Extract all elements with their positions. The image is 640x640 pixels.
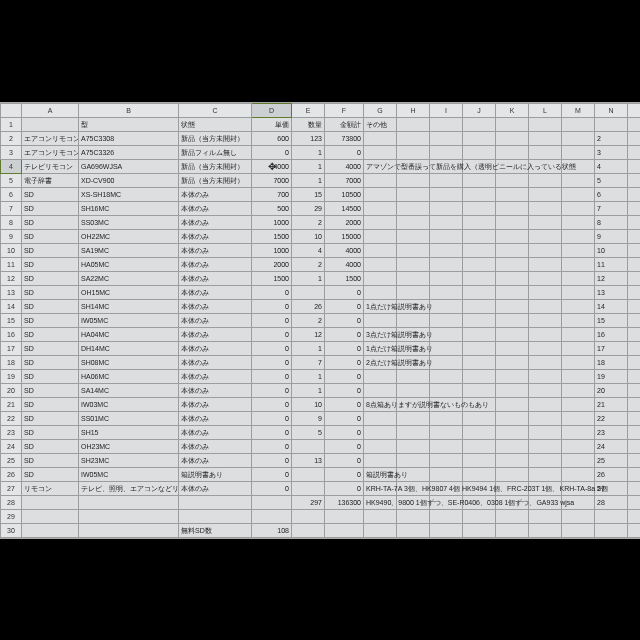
cell-F6[interactable]: 10500 (325, 187, 364, 201)
cell-E28[interactable]: 297 (292, 495, 325, 509)
cell-O29[interactable] (628, 509, 641, 523)
cell-M18[interactable] (562, 355, 595, 369)
cell-H23[interactable] (397, 425, 430, 439)
cell-M26[interactable] (562, 467, 595, 481)
cell-B20[interactable]: SA14MC (79, 383, 179, 397)
cell-O26[interactable] (628, 467, 641, 481)
cell-M7[interactable] (562, 201, 595, 215)
cell-C18[interactable]: 本体のみ (179, 355, 252, 369)
cell-I13[interactable] (430, 285, 463, 299)
cell-G20[interactable] (364, 383, 397, 397)
row-header-29[interactable]: 29 (1, 509, 22, 523)
cell-I6[interactable] (430, 187, 463, 201)
cell-F28[interactable]: 136300 (325, 495, 364, 509)
cell-O10[interactable] (628, 243, 641, 257)
cell-H2[interactable] (397, 131, 430, 145)
cell-G16[interactable]: 3点だけ箱説明書あり (364, 327, 397, 341)
row-header-26[interactable]: 26 (1, 467, 22, 481)
row-header-11[interactable]: 11 (1, 257, 22, 271)
cell-L1[interactable] (529, 117, 562, 131)
cell-F2[interactable]: 73800 (325, 131, 364, 145)
cell-F16[interactable]: 0 (325, 327, 364, 341)
cell-A27[interactable]: リモコン (22, 481, 79, 495)
cell-L10[interactable] (529, 243, 562, 257)
cell-N23[interactable]: 23 (595, 425, 628, 439)
cell-H8[interactable] (397, 215, 430, 229)
cell-L12[interactable] (529, 271, 562, 285)
cell-E21[interactable]: 10 (292, 397, 325, 411)
row-header-15[interactable]: 15 (1, 313, 22, 327)
cell-M16[interactable] (562, 327, 595, 341)
cell-E14[interactable]: 26 (292, 299, 325, 313)
cell-G11[interactable] (364, 257, 397, 271)
cell-G21[interactable]: 8点箱ありますが説明書ないものもあり (364, 397, 397, 411)
cell-H29[interactable] (397, 509, 430, 523)
cell-D27[interactable]: 0 (252, 481, 292, 495)
cell-M8[interactable] (562, 215, 595, 229)
cell-C12[interactable]: 本体のみ (179, 271, 252, 285)
cell-F11[interactable]: 4000 (325, 257, 364, 271)
cell-F17[interactable]: 0 (325, 341, 364, 355)
cell-H30[interactable] (397, 523, 430, 537)
cell-M2[interactable] (562, 131, 595, 145)
cell-M30[interactable] (562, 523, 595, 537)
cell-J7[interactable] (463, 201, 496, 215)
cell-E23[interactable]: 5 (292, 425, 325, 439)
cell-M23[interactable] (562, 425, 595, 439)
cell-M5[interactable] (562, 173, 595, 187)
cell-G24[interactable] (364, 439, 397, 453)
cell-E26[interactable] (292, 467, 325, 481)
cell-D19[interactable]: 0 (252, 369, 292, 383)
cell-K25[interactable] (496, 453, 529, 467)
cell-F15[interactable]: 0 (325, 313, 364, 327)
cell-A8[interactable]: SD (22, 215, 79, 229)
cell-O27[interactable] (628, 481, 641, 495)
cell-A3[interactable]: エアコンリモコン (22, 145, 79, 159)
cell-O16[interactable] (628, 327, 641, 341)
cell-N19[interactable]: 19 (595, 369, 628, 383)
cell-E4[interactable]: 1 (292, 159, 325, 173)
cell-K14[interactable] (496, 299, 529, 313)
cell-C27[interactable]: 本体のみ (179, 481, 252, 495)
cell-L2[interactable] (529, 131, 562, 145)
cell-F27[interactable]: 0 (325, 481, 364, 495)
cell-E31[interactable] (292, 537, 325, 539)
cell-M31[interactable] (562, 537, 595, 539)
cell-K24[interactable] (496, 439, 529, 453)
cell-B13[interactable]: OH15MC (79, 285, 179, 299)
cell-O31[interactable] (628, 537, 641, 539)
cell-J22[interactable] (463, 411, 496, 425)
cell-J10[interactable] (463, 243, 496, 257)
cell-B5[interactable]: XD-CV900 (79, 173, 179, 187)
cell-B3[interactable]: A75C3326 (79, 145, 179, 159)
cell-N27[interactable]: 27 (595, 481, 628, 495)
cell-B28[interactable] (79, 495, 179, 509)
cell-E5[interactable]: 1 (292, 173, 325, 187)
cell-I2[interactable] (430, 131, 463, 145)
cell-J20[interactable] (463, 383, 496, 397)
cell-B16[interactable]: HA04MC (79, 327, 179, 341)
cell-C4[interactable]: 新品（当方未開封） (179, 159, 252, 173)
cell-G22[interactable] (364, 411, 397, 425)
cell-E30[interactable] (292, 523, 325, 537)
cell-J31[interactable] (463, 537, 496, 539)
cell-I8[interactable] (430, 215, 463, 229)
col-header-G[interactable]: G (364, 103, 397, 117)
cell-E15[interactable]: 2 (292, 313, 325, 327)
cell-H15[interactable] (397, 313, 430, 327)
cell-J16[interactable] (463, 327, 496, 341)
cell-C3[interactable]: 新品フィルム無し (179, 145, 252, 159)
cell-I9[interactable] (430, 229, 463, 243)
cell-N12[interactable]: 12 (595, 271, 628, 285)
cell-B29[interactable] (79, 509, 179, 523)
cell-G31[interactable] (364, 537, 397, 539)
cell-D21[interactable]: 0 (252, 397, 292, 411)
cell-G7[interactable] (364, 201, 397, 215)
cell-G9[interactable] (364, 229, 397, 243)
cell-I20[interactable] (430, 383, 463, 397)
cell-D9[interactable]: 1500 (252, 229, 292, 243)
cell-E22[interactable]: 9 (292, 411, 325, 425)
col-header-N[interactable]: N (595, 103, 628, 117)
cell-C30[interactable]: 無料SD数 (179, 523, 252, 537)
col-header-H[interactable]: H (397, 103, 430, 117)
